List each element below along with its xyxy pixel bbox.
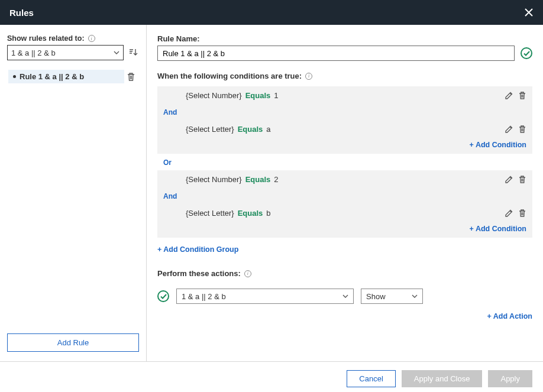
info-icon[interactable]: i (88, 35, 95, 42)
sort-icon[interactable] (127, 47, 139, 59)
or-operator[interactable]: Or (157, 155, 532, 170)
add-condition-link[interactable]: + Add Condition (470, 141, 526, 149)
close-icon[interactable] (524, 8, 534, 17)
trash-icon[interactable] (124, 72, 138, 82)
rule-name-label: Rule Name: (157, 34, 532, 43)
condition-expr: {Select Number} Equals 2 (186, 175, 500, 184)
condition-expr: {Select Letter} Equals b (186, 209, 500, 218)
condition-group: {Select Number} Equals 2 And {Select Let… (157, 170, 532, 238)
conditions-label-row: When the following conditions are true: … (157, 72, 532, 80)
apply-button[interactable]: Apply (488, 370, 532, 387)
add-group-row: + Add Condition Group (157, 239, 532, 260)
condition-actions (505, 209, 526, 218)
condition-actions (505, 175, 526, 184)
condition-field: {Select Number} (186, 175, 242, 184)
condition-value: 2 (274, 175, 278, 184)
add-action-row: + Add Action (157, 309, 532, 324)
condition-actions (505, 125, 526, 134)
dialog-body: Show rules related to: i 1 & a || 2 & b … (0, 25, 543, 361)
condition-op: Equals (238, 125, 263, 134)
actions-label: Perform these actions: (157, 269, 241, 278)
dialog-header: Rules (0, 0, 543, 25)
dialog-title: Rules (9, 8, 34, 18)
main-panel: Rule Name: When the following conditions… (147, 25, 543, 361)
pencil-icon[interactable] (505, 91, 513, 100)
condition-expr: {Select Number} Equals 1 (186, 91, 500, 100)
chevron-down-icon (412, 294, 418, 298)
pencil-icon[interactable] (505, 209, 513, 218)
action-target-select[interactable]: 1 & a || 2 & b (176, 289, 354, 304)
rule-item-button[interactable]: Rule 1 & a || 2 & b (8, 70, 124, 83)
condition-op: Equals (245, 175, 271, 184)
condition-field: {Select Letter} (186, 125, 234, 134)
trash-icon[interactable] (518, 125, 526, 134)
condition-group: {Select Number} Equals 1 And {Select Let… (157, 86, 532, 154)
info-icon[interactable]: i (305, 73, 312, 80)
apply-and-close-button[interactable]: Apply and Close (402, 370, 483, 387)
rule-name-row (157, 46, 532, 61)
condition-row: {Select Number} Equals 2 (157, 170, 532, 189)
pencil-icon[interactable] (505, 125, 513, 134)
add-condition-row: + Add Condition (157, 138, 532, 154)
rule-item: Rule 1 & a || 2 & b (7, 67, 139, 86)
and-operator[interactable]: And (157, 189, 532, 204)
condition-op: Equals (238, 209, 263, 218)
condition-row: {Select Letter} Equals b (157, 204, 532, 222)
action-target-value: 1 & a || 2 & b (182, 292, 226, 301)
condition-op: Equals (245, 91, 271, 100)
related-select[interactable]: 1 & a || 2 & b (7, 45, 124, 60)
condition-expr: {Select Letter} Equals a (186, 125, 500, 134)
valid-check-icon (521, 47, 532, 59)
add-condition-row: + Add Condition (157, 222, 532, 238)
add-condition-group-link[interactable]: + Add Condition Group (157, 245, 238, 254)
action-verb-select[interactable]: Show (361, 289, 423, 304)
pencil-icon[interactable] (505, 175, 513, 184)
bullet-icon (13, 75, 16, 78)
trash-icon[interactable] (518, 91, 526, 100)
sidebar-label-row: Show rules related to: i (7, 34, 139, 43)
chevron-down-icon (114, 51, 119, 54)
condition-actions (505, 91, 526, 100)
chevron-down-icon (342, 294, 348, 298)
condition-value: a (266, 125, 270, 134)
condition-field: {Select Letter} (186, 209, 234, 218)
add-condition-link[interactable]: + Add Condition (470, 225, 526, 233)
add-action-link[interactable]: + Add Action (487, 312, 532, 320)
condition-value: b (266, 209, 270, 218)
and-operator[interactable]: And (157, 105, 532, 120)
action-verb-value: Show (366, 292, 386, 301)
rule-name-input[interactable] (157, 46, 515, 61)
cancel-button[interactable]: Cancel (347, 370, 395, 387)
rule-item-label: Rule 1 & a || 2 & b (20, 72, 84, 81)
condition-value: 1 (274, 91, 278, 100)
related-select-value: 1 & a || 2 & b (11, 48, 56, 57)
valid-check-icon (157, 290, 169, 302)
sidebar: Show rules related to: i 1 & a || 2 & b … (0, 25, 147, 361)
trash-icon[interactable] (518, 175, 526, 184)
related-select-row: 1 & a || 2 & b (7, 45, 139, 60)
trash-icon[interactable] (518, 209, 526, 218)
actions-section: Perform these actions: i 1 & a || 2 & b … (157, 269, 532, 324)
rule-list: Rule 1 & a || 2 & b (7, 67, 139, 333)
condition-row: {Select Letter} Equals a (157, 120, 532, 138)
info-icon[interactable]: i (244, 270, 251, 277)
condition-field: {Select Number} (186, 91, 242, 100)
add-rule-button[interactable]: Add Rule (7, 333, 139, 352)
dialog-footer: Cancel Apply and Close Apply (0, 361, 543, 392)
condition-row: {Select Number} Equals 1 (157, 86, 532, 105)
conditions-label: When the following conditions are true: (157, 72, 302, 80)
show-rules-label: Show rules related to: (7, 34, 85, 43)
actions-label-row: Perform these actions: i (157, 269, 532, 278)
action-row: 1 & a || 2 & b Show (157, 284, 532, 309)
